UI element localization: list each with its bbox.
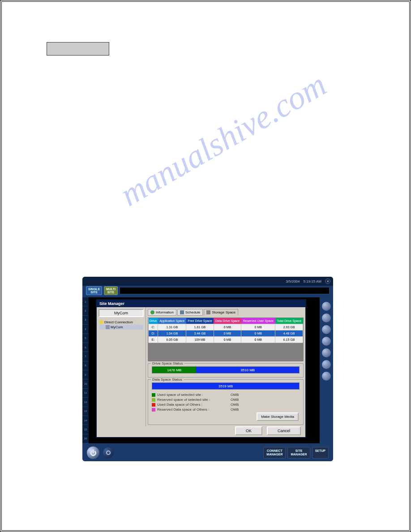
legend-color-icon	[152, 403, 155, 407]
drive-icon	[206, 310, 210, 314]
channel-number[interactable]: 16	[82, 434, 89, 443]
nav-circle-icon[interactable]	[322, 348, 331, 357]
info-icon	[150, 310, 154, 314]
setup-button[interactable]: SETUP	[312, 447, 329, 459]
drive-free-segment: 3510 MB	[196, 367, 299, 373]
table-cell: 109 MB	[186, 337, 214, 343]
nav-circle-icon[interactable]	[322, 372, 331, 381]
dialog-title: Site Manager	[97, 300, 305, 307]
smiley-icon	[99, 320, 103, 324]
tab-label: Storage Space	[212, 310, 235, 314]
connect-manager-button[interactable]: CONNECT MANAGER	[263, 447, 286, 459]
right-nav-circles	[320, 297, 333, 443]
table-cell: 6.15 GB	[275, 337, 303, 343]
tree-root-label: Direct Connection	[104, 320, 133, 324]
channel-number[interactable]: 13	[82, 407, 89, 416]
table-cell: 1.04 GB	[158, 330, 186, 337]
table-cell: 3.44 GB	[186, 330, 214, 337]
data-space-status: Data Space Status 3519 MB Used space of …	[148, 379, 304, 425]
dialog-footer: OK Cancel	[235, 426, 301, 435]
tab-storage-space[interactable]: Storage Space	[204, 309, 238, 316]
titlebar-date: 3/5/2004	[286, 279, 300, 283]
tab-label: Schedule	[185, 310, 200, 314]
legend-value: OMB	[231, 393, 239, 397]
drive-used-segment: 1476 MB	[152, 367, 196, 373]
channel-number[interactable]: 1	[82, 297, 89, 306]
channel-number[interactable]: 7	[82, 352, 89, 361]
legend-value: OMB	[231, 408, 239, 412]
legend-row: Used space of selected site :OMB	[152, 392, 300, 397]
mode-row: SINGLE SITE MULTI SITE	[82, 286, 333, 296]
channel-number[interactable]: 14	[82, 416, 89, 425]
single-site-button[interactable]: SINGLE SITE	[86, 286, 102, 295]
tab-information[interactable]: Information	[148, 309, 176, 316]
channel-number[interactable]: 4	[82, 325, 89, 334]
record-button[interactable]	[103, 447, 114, 458]
channel-number[interactable]: 8	[82, 361, 89, 370]
legend-color-icon	[152, 393, 155, 397]
table-cell: 4.48 GB	[275, 330, 303, 337]
table-row[interactable]: E:6.05 GB109 MB0 MB0 MB6.15 GB	[149, 337, 303, 343]
site-manager-button[interactable]: SITE MANAGER	[287, 447, 310, 459]
table-header-cell: Free Drive Space	[186, 318, 214, 324]
tab-label: Information	[156, 310, 174, 314]
nav-circle-icon[interactable]	[322, 360, 331, 369]
table-cell: 0 MB	[241, 330, 275, 337]
table-header-cell: Total Drive Space	[275, 318, 303, 324]
channel-number[interactable]: 15	[82, 425, 89, 434]
channel-number[interactable]: 3	[82, 316, 89, 325]
legend-label: Reserved Data space of Others :	[157, 408, 229, 412]
watermark-text: manualshive.com	[114, 65, 333, 214]
legend-row: Reserved Data space of Others :OMB	[152, 407, 300, 412]
nav-circle-icon[interactable]	[322, 325, 331, 334]
data-status-legend: Data Space Status	[151, 378, 184, 382]
table-header-cell: Reserved User Space	[241, 318, 275, 324]
tab-bar: Information Schedule Storage Space	[148, 309, 304, 316]
tree-child-label: MyCom	[111, 325, 123, 329]
channel-number[interactable]: 11	[82, 389, 89, 398]
storage-table: DriveApplication SpaceFree Drive SpaceDa…	[148, 317, 304, 361]
make-storage-media-button[interactable]: Make Storage Media	[257, 412, 299, 421]
table-row[interactable]: C:1.31 GB1.61 GB0 MB0 MB2.93 GB	[149, 324, 303, 330]
table-cell: 0 MB	[241, 337, 275, 343]
channel-number[interactable]: 12	[82, 398, 89, 407]
table-row[interactable]: D:1.04 GB3.44 GB0 MB0 MB4.48 GB	[149, 330, 303, 337]
legend-color-icon	[152, 398, 155, 402]
application-window: 3/5/2004 5:19:15 AM ✕ SINGLE SITE MULTI …	[82, 277, 333, 461]
tree-child-item[interactable]: MyCom	[99, 325, 143, 330]
legend-value: OMB	[231, 398, 239, 402]
channel-number[interactable]: 10	[82, 379, 89, 388]
nav-circle-icon[interactable]	[322, 302, 331, 311]
legend-label: Used space of selected site :	[157, 393, 229, 397]
table-cell: 0 MB	[214, 324, 241, 330]
ok-button[interactable]: OK	[235, 426, 262, 435]
nav-circle-icon[interactable]	[322, 337, 331, 346]
channel-number[interactable]: 2	[82, 306, 89, 315]
dialog-left-panel: MyCom Direct Connection MyCom	[97, 307, 146, 426]
power-button[interactable]: ⏻	[87, 446, 99, 459]
legend-value: OMB	[231, 403, 239, 407]
tab-schedule[interactable]: Schedule	[177, 309, 203, 316]
legend-row: Reserved space of selected site :OMB	[152, 397, 300, 402]
tree-root-item[interactable]: Direct Connection	[99, 320, 143, 325]
bottom-bar: ⏻ CONNECT MANAGER SITE MANAGER SETUP	[82, 444, 333, 461]
drive-status-legend: Drive Space Status	[151, 361, 184, 365]
table-cell: 1.61 GB	[186, 324, 214, 330]
table-cell: 0 MB	[241, 324, 275, 330]
video-body: Site Manager MyCom Direct Connection	[89, 297, 320, 443]
close-icon[interactable]: ✕	[325, 279, 330, 284]
nav-circle-icon[interactable]	[322, 313, 331, 322]
channel-number[interactable]: 5	[82, 334, 89, 343]
main-area: 12345678910111213141516 Site Manager MyC…	[82, 297, 333, 443]
channel-number[interactable]: 9	[82, 370, 89, 379]
table-header-cell: Application Space	[158, 318, 186, 324]
site-combobox[interactable]: MyCom	[98, 309, 144, 317]
multi-site-button[interactable]: MULTI SITE	[104, 286, 118, 295]
site-tree[interactable]: Direct Connection MyCom	[98, 319, 144, 330]
channel-number[interactable]: 6	[82, 343, 89, 352]
table-cell: D:	[149, 330, 158, 337]
legend-label: Reserved space of selected site :	[157, 398, 229, 402]
table-cell: E:	[149, 337, 158, 343]
table-header-cell: Data Drive Space	[214, 318, 241, 324]
cancel-button[interactable]: Cancel	[267, 426, 301, 435]
